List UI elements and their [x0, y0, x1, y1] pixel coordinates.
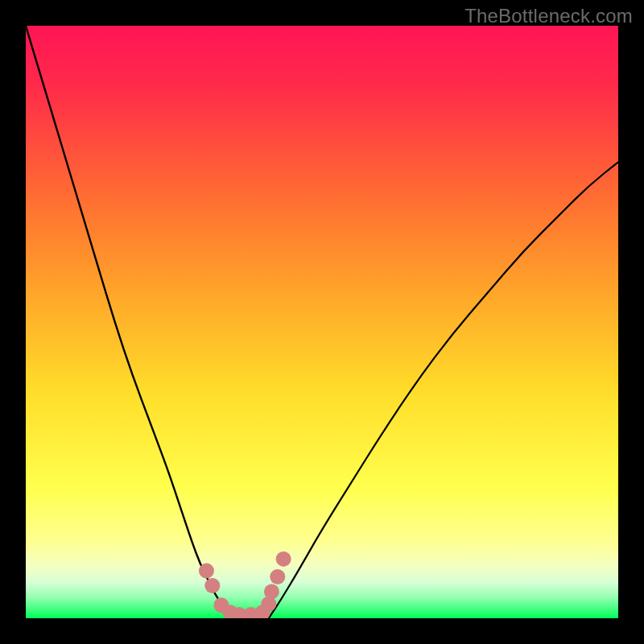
right-curve: [269, 162, 618, 618]
valley-marker: [276, 551, 291, 567]
valley-marker: [199, 564, 214, 579]
watermark-text: TheBottleneck.com: [464, 5, 633, 27]
left-curve: [26, 26, 233, 618]
curve-layer: [26, 26, 618, 618]
valley-marker: [264, 584, 279, 599]
valley-markers: [199, 551, 291, 618]
valley-marker: [270, 569, 285, 584]
valley-marker: [204, 578, 220, 593]
plot-area: [26, 26, 618, 618]
chart-frame: TheBottleneck.com: [0, 0, 644, 644]
